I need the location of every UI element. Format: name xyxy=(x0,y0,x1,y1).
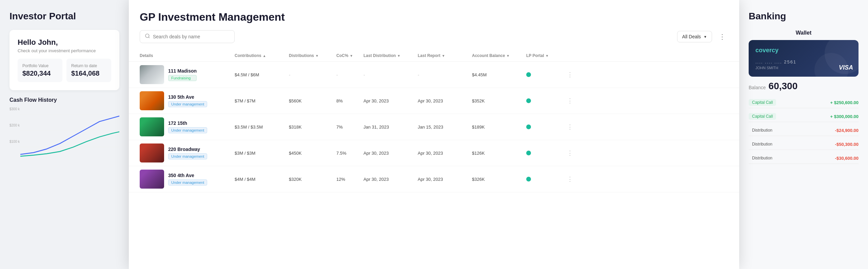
txn-amount: -$50,300.00 xyxy=(835,142,859,147)
center-header: GP Investment Management All Deals ▼ ⋮ xyxy=(129,11,739,50)
deal-thumbnail xyxy=(140,143,164,162)
wallet-card: covercy .... .... .... 2561 JOHN SMITH V… xyxy=(749,40,859,77)
table-row[interactable]: 130 5th Ave Under management $7M / $7M $… xyxy=(129,88,739,114)
all-deals-dropdown[interactable]: All Deals ▼ xyxy=(677,31,712,42)
investor-portal-title: Investor Portal xyxy=(9,11,119,22)
wallet-brand: covercy xyxy=(755,47,852,54)
balance-cell: $352K xyxy=(472,98,526,103)
th-contributions[interactable]: Contributions ▲ xyxy=(235,53,289,58)
table-row[interactable]: 172 15th Under management $3.5M / $3.5M … xyxy=(129,114,739,140)
banking-title: Banking xyxy=(749,11,859,22)
deal-name: 220 Broadway xyxy=(168,147,207,152)
cash-flow-chart: $300 k $200 k $100 k xyxy=(9,107,119,161)
table-header: Details Contributions ▲ Distributions ▼ … xyxy=(129,50,739,62)
filter-label: All Deals xyxy=(682,34,701,39)
lp-portal-status xyxy=(526,124,531,129)
transaction-row: Capital Call + $250,600.00 xyxy=(749,97,859,108)
txn-amount: -$30,600.00 xyxy=(835,156,859,161)
deals-table: Details Contributions ▲ Distributions ▼ … xyxy=(129,50,739,269)
deal-badge: Under management xyxy=(168,101,207,107)
deal-info: 350 4th Ave Under management xyxy=(168,173,207,186)
deal-badge: Fundraising xyxy=(168,75,197,81)
chevron-down-icon: ▼ xyxy=(704,35,707,39)
txn-amount: -$24,900.00 xyxy=(835,128,859,133)
table-row[interactable]: 111 Madison Fundraising $4.5M / $6M - - … xyxy=(129,62,739,88)
greeting-sub: Check out your investment performance xyxy=(18,48,111,53)
th-lp-portal[interactable]: LP Portal ▼ xyxy=(526,53,567,58)
chart-label-300k: $300 k xyxy=(9,107,20,111)
search-box[interactable] xyxy=(140,30,235,43)
balance-row: Balance 60,300 xyxy=(749,81,859,92)
th-actions xyxy=(567,53,580,58)
th-distributions[interactable]: Distributions ▼ xyxy=(289,53,336,58)
txn-type-badge: Distribution xyxy=(749,141,776,148)
deal-name: 111 Madison xyxy=(168,68,197,74)
transaction-row: Capital Call + $300,000.00 xyxy=(749,111,859,122)
contributions-cell: $7M / $7M xyxy=(235,98,289,103)
sort-arrow-distributions: ▼ xyxy=(315,54,319,58)
sort-arrow-last-report: ▼ xyxy=(442,54,445,58)
balance-label: Balance xyxy=(749,85,766,90)
card-holder-name: JOHN SMITH xyxy=(755,66,852,70)
portfolio-label: Portfolio Value xyxy=(22,63,58,68)
row-more-button[interactable]: ⋮ xyxy=(567,71,580,78)
deal-name: 172 15th xyxy=(168,120,207,126)
contributions-cell: $4.5M / $6M xyxy=(235,72,289,77)
deal-cell: 350 4th Ave Under management xyxy=(140,170,235,189)
hello-card: Hello John, Check out your investment pe… xyxy=(9,30,119,90)
deal-thumbnail xyxy=(140,65,164,84)
table-row[interactable]: 350 4th Ave Under management $4M / $4M $… xyxy=(129,166,739,192)
return-value: $164,068 xyxy=(71,70,106,77)
transaction-row: Distribution -$24,900.00 xyxy=(749,125,859,136)
transactions-list: Capital Call + $250,600.00 Capital Call … xyxy=(749,97,859,164)
row-more-button[interactable]: ⋮ xyxy=(567,149,580,157)
wallet-section: Wallet covercy .... .... .... 2561 JOHN … xyxy=(749,30,859,164)
deal-badge: Under management xyxy=(168,153,207,159)
sort-arrow-coc: ▼ xyxy=(350,54,353,58)
txn-amount: + $250,600.00 xyxy=(830,100,859,105)
txn-type-badge: Distribution xyxy=(749,155,776,161)
search-icon xyxy=(145,33,150,40)
row-more-button[interactable]: ⋮ xyxy=(567,175,580,183)
contributions-cell: $4M / $4M xyxy=(235,177,289,182)
deal-info: 172 15th Under management xyxy=(168,120,207,133)
greeting-name: Hello John, xyxy=(18,38,111,47)
more-options-button[interactable]: ⋮ xyxy=(716,31,728,43)
contributions-cell: $3.5M / $3.5M xyxy=(235,124,289,130)
wallet-title: Wallet xyxy=(749,30,859,36)
cash-flow-svg xyxy=(20,111,119,158)
sort-arrow-last-dist: ▼ xyxy=(397,54,400,58)
banking-panel: Banking Wallet covercy .... .... .... 25… xyxy=(739,0,868,269)
search-input[interactable] xyxy=(153,34,230,39)
deal-info: 111 Madison Fundraising xyxy=(168,68,197,81)
visa-logo: VISA xyxy=(839,64,853,71)
gp-investment-panel: GP Investment Management All Deals ▼ ⋮ D… xyxy=(129,0,739,269)
return-card: Return to date $164,068 xyxy=(66,59,111,82)
cash-flow-section: Cash Flow History $300 k $200 k $100 k xyxy=(9,97,119,161)
deal-cell: 220 Broadway Under management xyxy=(140,143,235,162)
transaction-row: Distribution -$50,300.00 xyxy=(749,139,859,150)
txn-type-badge: Capital Call xyxy=(749,99,776,106)
return-label: Return to date xyxy=(71,63,106,68)
transaction-row: Distribution -$30,600.00 xyxy=(749,153,859,164)
deal-cell: 111 Madison Fundraising xyxy=(140,65,235,84)
investor-portal-panel: Investor Portal Hello John, Check out yo… xyxy=(0,0,129,269)
lp-portal-status xyxy=(526,177,531,181)
table-body: 111 Madison Fundraising $4.5M / $6M - - … xyxy=(129,62,739,192)
deal-info: 130 5th Ave Under management xyxy=(168,94,207,107)
txn-type-badge: Capital Call xyxy=(749,113,776,120)
th-account-balance[interactable]: Account Balance ▼ xyxy=(472,53,526,58)
contributions-cell: $3M / $3M xyxy=(235,151,289,156)
deal-name: 130 5th Ave xyxy=(168,94,207,100)
th-coc[interactable]: CoC% ▼ xyxy=(336,53,363,58)
row-more-button[interactable]: ⋮ xyxy=(567,123,580,131)
deal-cell: 172 15th Under management xyxy=(140,117,235,136)
deal-cell: 130 5th Ave Under management xyxy=(140,91,235,110)
search-filter-row: All Deals ▼ ⋮ xyxy=(140,30,728,43)
svg-line-4 xyxy=(149,37,150,38)
card-number: .... .... .... 2561 xyxy=(755,59,852,64)
th-last-report[interactable]: Last Report ▼ xyxy=(418,53,472,58)
row-more-button[interactable]: ⋮ xyxy=(567,97,580,104)
th-last-distribution[interactable]: Last Distribution ▼ xyxy=(363,53,418,58)
table-row[interactable]: 220 Broadway Under management $3M / $3M … xyxy=(129,140,739,166)
